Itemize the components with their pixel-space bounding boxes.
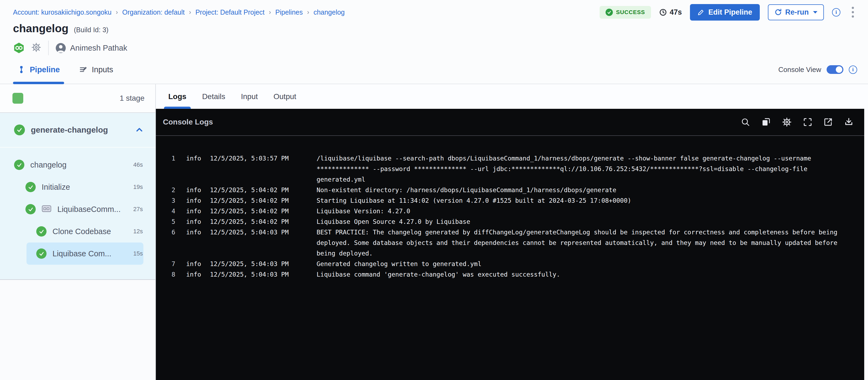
step-label: LiquibaseComm... [57, 205, 127, 214]
console-panel: Console Logs 1 info [156, 109, 864, 380]
step-duration: 46s [133, 161, 143, 168]
stage-name-label: generate-changelog [31, 125, 129, 135]
detail-tab[interactable]: Details [202, 84, 225, 109]
inputs-icon [79, 65, 87, 74]
execution-duration: 47s [659, 8, 682, 17]
status-badge: SUCCESS [599, 6, 651, 19]
fullscreen-icon[interactable] [803, 117, 812, 127]
step-row[interactable]: Liquibase Com... 15s [0, 242, 155, 265]
stage-status-square[interactable] [12, 93, 23, 104]
console-header: Console Logs [156, 109, 864, 136]
log-message: BEST PRACTICE: The changelog generated b… [317, 227, 855, 259]
triggered-by: Animesh Pathak [56, 43, 127, 53]
step-duration: 15s [133, 250, 143, 257]
detail-tab-bar: Logs Details Input Output [156, 84, 868, 109]
step-label: changelog [30, 160, 127, 169]
log-line: 3 info 12/5/2025, 5:04:02 PM Starting Li… [172, 196, 855, 206]
sidebar-empty-area [0, 280, 155, 380]
log-line: 4 info 12/5/2025, 5:04:02 PM Liquibase V… [172, 206, 855, 216]
log-line-number: 1 [172, 153, 180, 185]
build-id-label: (Build Id: 3) [74, 26, 108, 34]
breadcrumb-link[interactable]: Organization: default [122, 8, 185, 16]
console-view-toggle[interactable] [827, 65, 843, 74]
console-toolbar [741, 117, 854, 127]
step-detail-panel: Logs Details Input Output Console Logs [156, 84, 868, 380]
console-log-lines: 1 info 12/5/2025, 5:03:57 PM /liquibase/… [156, 136, 864, 280]
chevron-up-icon[interactable] [135, 126, 144, 134]
tab-pipeline-label: Pipeline [30, 65, 60, 74]
tab-inputs[interactable]: Inputs [75, 56, 117, 84]
log-timestamp: 12/5/2025, 5:03:57 PM [210, 153, 310, 185]
edit-pipeline-button[interactable]: Edit Pipeline [690, 4, 760, 21]
log-line-number: 3 [172, 196, 180, 206]
tab-pipeline[interactable]: Pipeline [13, 56, 64, 84]
log-level: info [186, 196, 204, 206]
stage-success-icon [14, 124, 25, 135]
breadcrumb-link[interactable]: Pipelines [275, 8, 303, 16]
rerun-label: Re-run [785, 8, 809, 17]
log-line: 5 info 12/5/2025, 5:04:02 PM Liquibase O… [172, 216, 855, 227]
edit-pipeline-label: Edit Pipeline [708, 8, 752, 17]
log-level: info [186, 269, 204, 280]
download-icon[interactable] [844, 117, 854, 127]
breadcrumb-link[interactable]: Project: Default Project [195, 8, 265, 16]
search-icon[interactable] [741, 117, 750, 127]
stage-sidebar: 1 stage generate-changelog change [0, 84, 156, 380]
console-title: Console Logs [163, 118, 213, 126]
step-row[interactable]: Clone Codebase 12s [0, 220, 155, 242]
log-line: 8 info 12/5/2025, 5:04:03 PM Liquibase c… [172, 269, 855, 280]
detail-tab[interactable]: Input [241, 84, 257, 109]
pencil-icon [698, 9, 705, 16]
step-label: Initialize [42, 183, 127, 192]
log-line-number: 7 [172, 259, 180, 269]
meta-divider [48, 40, 49, 55]
log-line-number: 6 [172, 227, 180, 259]
detail-tab[interactable]: Logs [168, 84, 186, 109]
settings-gear-icon[interactable] [782, 117, 792, 127]
stage-summary-row: 1 stage [0, 84, 155, 113]
log-line-number: 4 [172, 206, 180, 216]
log-level: info [186, 206, 204, 216]
execution-actions: SUCCESS 47s Edit Pipeline Re-run i [599, 4, 857, 21]
step-success-icon [14, 160, 24, 170]
log-level: info [186, 227, 204, 259]
breadcrumb-separator: › [307, 9, 309, 16]
stage-header[interactable]: generate-changelog [0, 113, 155, 147]
avatar [56, 43, 66, 53]
detail-tab[interactable]: Output [274, 84, 296, 109]
open-in-new-icon[interactable] [824, 117, 833, 127]
log-message: Starting Liquibase at 11:34:02 (version … [317, 196, 855, 206]
ci-module-icon [13, 42, 25, 54]
log-timestamp: 12/5/2025, 5:04:03 PM [210, 269, 310, 280]
rerun-button[interactable]: Re-run [768, 4, 824, 20]
log-timestamp: 12/5/2025, 5:04:03 PM [210, 259, 310, 269]
main-area: 1 stage generate-changelog change [0, 84, 868, 380]
breadcrumb-link[interactable]: changelog [314, 8, 345, 16]
log-line: 2 info 12/5/2025, 5:04:02 PM Non-existen… [172, 185, 855, 196]
console-view-control: Console View i [778, 65, 857, 74]
breadcrumb-link[interactable]: Account: kurosakiichigo.songoku [13, 8, 112, 16]
log-timestamp: 12/5/2025, 5:04:03 PM [210, 227, 310, 259]
step-success-icon [25, 182, 36, 192]
step-success-icon [36, 226, 46, 237]
pipeline-settings-gear-icon[interactable] [31, 42, 41, 53]
log-line: 6 info 12/5/2025, 5:04:03 PM BEST PRACTI… [172, 227, 855, 259]
pipeline-execution-page: Account: kurosakiichigo.songoku › Organi… [0, 0, 868, 380]
copy-icon[interactable] [762, 117, 771, 127]
log-message: Liquibase Version: 4.27.0 [317, 206, 855, 216]
step-row[interactable]: Initialize 19s [0, 176, 155, 198]
console-view-label: Console View [778, 65, 821, 74]
log-message: Liquibase command 'generate-changelog' w… [317, 269, 855, 280]
step-success-icon [25, 204, 36, 214]
step-label: Clone Codebase [53, 227, 127, 236]
duration-label: 47s [670, 8, 682, 17]
console-view-info-icon[interactable]: i [849, 65, 857, 74]
more-options-menu[interactable] [848, 6, 857, 19]
view-tab-bar: Pipeline Inputs Console View i [0, 56, 868, 84]
log-line-number: 8 [172, 269, 180, 280]
step-row[interactable]: LiquibaseComm... 27s [0, 198, 155, 220]
breadcrumb-separator: › [116, 9, 118, 16]
step-row[interactable]: changelog 46s [0, 154, 155, 176]
rerun-info-icon[interactable]: i [832, 8, 840, 17]
pipeline-icon [17, 65, 25, 74]
